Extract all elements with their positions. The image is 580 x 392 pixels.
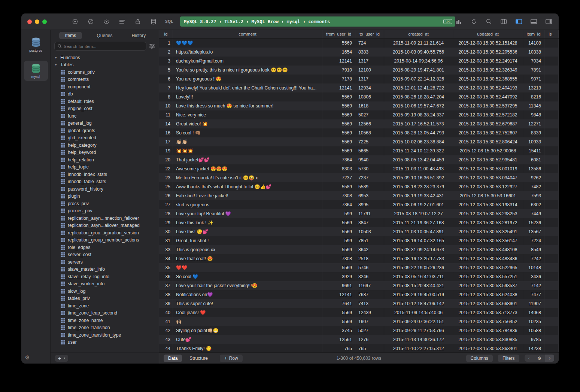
table-row[interactable]: 19💥💥💥556956652015-11-24 10:12:39.3222015… [159, 146, 559, 155]
table-row[interactable]: 7Hey lovely! You should def. enter the C… [159, 83, 559, 92]
sidebar-table-item[interactable]: tables_priv [51, 295, 159, 303]
search-input[interactable] [64, 44, 143, 49]
search-box[interactable] [54, 42, 146, 51]
filters-button[interactable]: Filters [498, 355, 519, 362]
sidebar-table-item[interactable]: engine_cost [51, 105, 159, 113]
column-view-icon[interactable] [500, 18, 507, 25]
table-row[interactable]: 35❤️❤️556957462015-09-22 19:05:26.236201… [159, 263, 559, 272]
chart-icon[interactable] [455, 18, 462, 25]
tab-history[interactable]: History [122, 33, 156, 38]
sidebar-table-item[interactable]: user [51, 339, 159, 346]
columns-button[interactable]: Columns [466, 355, 493, 362]
sidebar-table-item[interactable]: slave_worker_info [51, 280, 159, 288]
table-row[interactable]: 39This is super cute!764174132015-10-12 … [159, 299, 559, 308]
sidebar-table-item[interactable]: time_zone [51, 302, 159, 310]
settings-gear-icon[interactable]: ⚙ [25, 354, 30, 361]
sidebar-table-item[interactable]: replication_asyn...nnection_failover [51, 215, 159, 222]
table-row[interactable]: 36So cool 💙392932462015-08-05 16:41:03.7… [159, 272, 559, 281]
table-row[interactable]: 27skirt is gorgeous736489952015-08-06 19… [159, 200, 559, 209]
table-row[interactable]: 41🙌🏼556919072015-09-24 07:36:22.1512015-… [159, 317, 559, 326]
tab-items[interactable]: Items [54, 33, 88, 38]
rows-icon[interactable] [119, 18, 125, 25]
sidebar-table-item[interactable]: slow_log [51, 288, 159, 295]
add-item-button[interactable]: + [58, 356, 61, 361]
table-row[interactable]: 3duchuykun@gmail.com1214113172015-08-14 … [159, 57, 559, 66]
column-header-comment[interactable]: comment [173, 30, 322, 38]
sidebar-table-item[interactable]: time_zone_name [51, 317, 159, 324]
table-row[interactable]: 22Awesome jacket 😍😍😍830357302015-11-03 1… [159, 164, 559, 173]
table-row[interactable]: 25Aww thanks that's what I thought to lo… [159, 182, 559, 191]
sidebar-table-item[interactable]: component [51, 83, 159, 91]
refresh-icon[interactable] [470, 18, 477, 25]
sidebar-table-item[interactable]: proxies_priv [51, 207, 159, 215]
table-row[interactable]: 30Love this! 😘💕5569105032015-11-03 10:05… [159, 227, 559, 236]
table-row[interactable]: 43Cute💕1256112762015-11-13 14:30:36.1722… [159, 335, 559, 344]
sidebar-table-item[interactable]: slave_relay_log_info [51, 273, 159, 280]
sidebar-table-item[interactable]: general_log [51, 120, 159, 127]
data-tab-button[interactable]: Data [164, 355, 182, 362]
connection-postgres[interactable]: postgres [24, 34, 48, 55]
sidebar-table-item[interactable]: innodb_index_stats [51, 171, 159, 178]
sidebar-table-item[interactable]: columns_priv [51, 69, 159, 76]
sidebar-table-item[interactable]: server_cost [51, 251, 159, 259]
sidebar-table-item[interactable]: default_roles [51, 98, 159, 105]
table-row[interactable]: 16So cool ! 👊🏽5569105682015-08-28 13:05:… [159, 128, 559, 137]
right-panel-icon[interactable] [545, 18, 552, 25]
sidebar-table-item[interactable]: plugin [51, 193, 159, 200]
table-row[interactable]: 10Love this dress so much 😍 so nice for … [159, 101, 559, 110]
table-row[interactable]: 11Nice, very nice556950272015-09-19 08:3… [159, 110, 559, 119]
bottom-panel-icon[interactable] [530, 18, 537, 25]
connection-mysql[interactable]: mysql [24, 61, 48, 81]
table-row[interactable]: 20That jacket💕💕736499402015-08-05 13:42:… [159, 155, 559, 164]
sidebar-table-item[interactable]: replication_grou...iguration_version [51, 229, 159, 237]
sidebar-table-item[interactable]: func [51, 112, 159, 120]
sidebar-table-item[interactable]: slave_master_info [51, 266, 159, 273]
target-icon[interactable] [72, 18, 78, 25]
column-header-created_at[interactable]: created_at [384, 30, 453, 38]
table-row[interactable]: 33This is gorgeous xx556986422015-08-31 … [159, 245, 559, 254]
prev-page-button[interactable]: ‹ [525, 355, 534, 362]
table-row[interactable]: 1💙💙💙55697242015-11-09 21:11:21.6142015-1… [159, 39, 559, 48]
table-row[interactable]: 40Cool jeans! ❤️5569124392015-11-09 14:5… [159, 308, 559, 317]
page-settings-gear-icon[interactable]: ⚙ [534, 355, 545, 362]
add-row-button[interactable]: + Row [220, 355, 243, 362]
table-row[interactable]: 34Love that coat! 😍730825182015-08-16 13… [159, 254, 559, 263]
column-header-id[interactable]: id [159, 30, 173, 38]
sidebar-group-functions[interactable]: ▾ Functions [51, 54, 159, 61]
table-row[interactable]: 28Love your top! Beautiful 💜599117912015… [159, 209, 559, 218]
sidebar-table-item[interactable]: innodb_table_stats [51, 178, 159, 186]
sidebar-table-item[interactable]: comments [51, 76, 159, 83]
sidebar-table-item[interactable]: db [51, 91, 159, 98]
sidebar-panel-icon[interactable] [515, 18, 522, 25]
table-row[interactable]: 26Fab shot! Love the jacket!730869532015… [159, 191, 559, 200]
sql-editor-icon[interactable]: SQL [166, 18, 173, 25]
sidebar-table-item[interactable]: help_relation [51, 156, 159, 164]
table-row[interactable]: 44Thanks Emily! 😘7657652015-11-10 22:27:… [159, 344, 559, 352]
zoom-window-button[interactable] [42, 19, 47, 24]
close-window-button[interactable] [27, 19, 32, 24]
table-row[interactable]: 17👏🏼👏🏼556972252015-10-02 06:23:38.884201… [159, 137, 559, 146]
column-header-to_user_id[interactable]: to_user_id [355, 30, 384, 38]
column-header-item_id[interactable]: item_id [523, 30, 544, 38]
sidebar-table-item[interactable]: procs_priv [51, 200, 159, 207]
table-row[interactable]: 8Lovely!!!5569108062015-08-26 18:28:47.2… [159, 92, 559, 101]
structure-tab-button[interactable]: Structure [185, 355, 212, 362]
tab-queries[interactable]: Queries [88, 33, 122, 38]
lock-icon[interactable] [134, 18, 141, 25]
disconnect-icon[interactable] [87, 18, 94, 25]
filter-sliders-icon[interactable] [149, 44, 155, 49]
table-row[interactable]: 31Great, fun shot !59978512015-08-16 14:… [159, 236, 559, 245]
sidebar-table-item[interactable]: help_keyword [51, 149, 159, 157]
next-page-button[interactable]: › [545, 355, 554, 362]
table-row[interactable]: 42Styling on point👊🏼😁374550272015-09-29 … [159, 326, 559, 335]
sidebar-table-item[interactable]: replication_group_member_actions [51, 237, 159, 244]
sidebar-group-tables[interactable]: ▾ Tables [51, 61, 159, 69]
table-row[interactable]: 14Great video! 💥5569125662015-10-17 16:5… [159, 119, 559, 128]
search-icon[interactable] [485, 18, 492, 25]
column-header-updated_at[interactable]: updated_at [453, 30, 523, 38]
sidebar-table-item[interactable]: time_zone_transition_type [51, 331, 159, 339]
sidebar-table-item[interactable]: time_zone_leap_second [51, 310, 159, 317]
table-row[interactable]: 2https://tableplus.io165483832015-10-03 … [159, 48, 559, 57]
table-row[interactable]: 6You are gorgeous !!😍717813172015-09-07 … [159, 75, 559, 83]
eye-icon[interactable] [103, 18, 110, 25]
